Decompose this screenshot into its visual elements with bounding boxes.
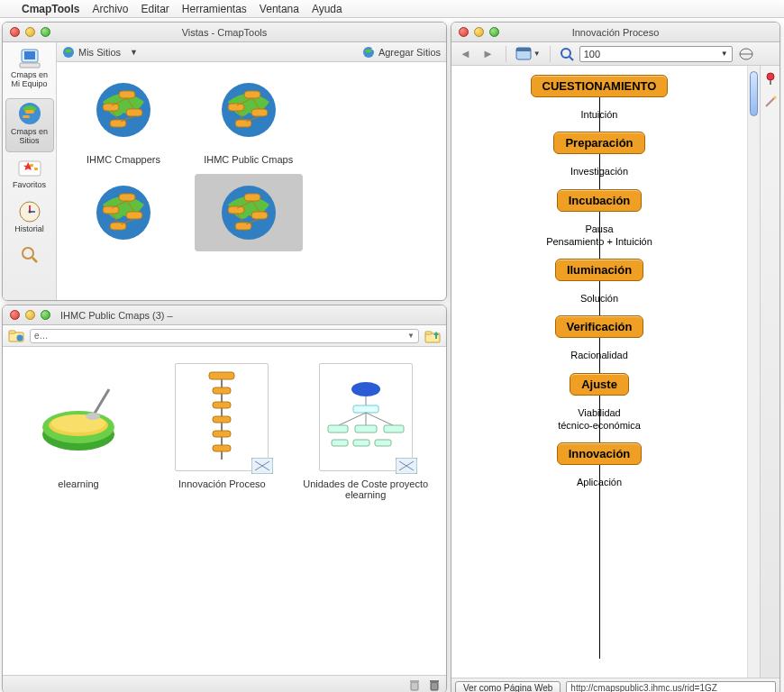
menu-herramientas[interactable]: Herramientas bbox=[182, 3, 247, 15]
minimize-icon[interactable] bbox=[474, 27, 484, 37]
pushpin-icon[interactable] bbox=[763, 71, 778, 86]
globe-small-icon bbox=[62, 46, 75, 59]
file-item[interactable]: Unidades de Coste proyecto elearning bbox=[303, 363, 429, 500]
menu-editar[interactable]: Editar bbox=[141, 3, 169, 15]
computer-icon bbox=[6, 48, 53, 69]
svg-line-15 bbox=[32, 258, 37, 262]
window-opts-icon bbox=[515, 47, 532, 61]
close-icon[interactable] bbox=[10, 310, 20, 320]
node-innovacion[interactable]: Innovación bbox=[557, 442, 643, 465]
minimize-icon[interactable] bbox=[25, 310, 35, 320]
svg-rect-79 bbox=[353, 405, 378, 413]
minimize-icon[interactable] bbox=[25, 27, 35, 37]
svg-point-13 bbox=[28, 211, 31, 214]
cmap-link-icon bbox=[251, 458, 273, 474]
node-cuestionamiento[interactable]: CUESTIONAMIENTO bbox=[531, 75, 669, 97]
window-vistas: Vistas - CmapTools Cmaps en Mi Equipo Cm… bbox=[2, 22, 447, 301]
add-sites-button[interactable]: + Agregar Sitios bbox=[362, 46, 441, 59]
mysites-dropdown[interactable]: Mis Sitios ▼ bbox=[62, 46, 138, 59]
zoom-icon[interactable] bbox=[489, 27, 499, 37]
favorites-icon bbox=[6, 158, 53, 179]
site-label: IHMC Public Cmaps bbox=[195, 154, 303, 165]
zoom-icon[interactable] bbox=[41, 27, 50, 37]
nav-forward-icon[interactable]: ► bbox=[479, 47, 497, 60]
svg-rect-93 bbox=[410, 680, 419, 682]
sidebar-item-en-sitios[interactable]: Cmaps en Sitios bbox=[5, 98, 54, 152]
address-text: e… bbox=[34, 331, 49, 341]
titlebar-vistas[interactable]: Vistas - CmapTools bbox=[3, 23, 446, 42]
sidebar-item-label: Favoritos bbox=[13, 180, 46, 189]
wand-icon[interactable] bbox=[763, 95, 778, 109]
globe-icon bbox=[7, 101, 52, 126]
svg-rect-20 bbox=[119, 91, 135, 98]
node-iluminacion[interactable]: Iluminación bbox=[555, 259, 643, 281]
window-innovacion: Innovación Proceso ◄ ► ▼ 100 ▼ CUESTIONA… bbox=[451, 22, 780, 692]
svg-rect-8 bbox=[30, 164, 33, 167]
node-preparacion[interactable]: Preparación bbox=[553, 132, 644, 154]
menu-app[interactable]: CmapTools bbox=[22, 3, 79, 15]
svg-rect-30 bbox=[228, 104, 244, 111]
svg-point-102 bbox=[767, 73, 774, 80]
menu-ayuda[interactable]: Ayuda bbox=[312, 3, 342, 15]
site-item[interactable] bbox=[69, 174, 178, 257]
folder-icon[interactable] bbox=[8, 330, 24, 342]
site-item[interactable]: IHMC Public Cmaps bbox=[195, 71, 303, 165]
close-icon[interactable] bbox=[459, 27, 469, 37]
view-as-web-button[interactable]: Ver como Página Web bbox=[455, 681, 561, 693]
titlebar-public[interactable]: IHMC Public Cmaps (3) – bbox=[3, 305, 446, 325]
nav-back-icon[interactable]: ◄ bbox=[457, 47, 474, 60]
menu-ventana[interactable]: Ventana bbox=[260, 3, 299, 15]
address-field[interactable]: e… ▼ bbox=[30, 329, 419, 343]
sidebar-item-label: Historial bbox=[14, 224, 44, 233]
sidebar-item-favoritos[interactable]: Favoritos bbox=[5, 156, 54, 196]
svg-rect-68 bbox=[209, 372, 234, 379]
svg-line-82 bbox=[366, 413, 393, 425]
svg-rect-2 bbox=[20, 63, 40, 68]
window-title: Innovación Proceso bbox=[451, 27, 779, 38]
svg-rect-56 bbox=[9, 331, 15, 333]
svg-point-66 bbox=[86, 413, 100, 420]
node-ajuste[interactable]: Ajuste bbox=[570, 373, 629, 396]
cmap-canvas[interactable]: CUESTIONAMIENTO Intuición Preparación In… bbox=[451, 66, 747, 678]
trash-icon[interactable] bbox=[408, 678, 421, 691]
zoom-field[interactable]: 100 ▼ bbox=[579, 46, 733, 62]
zoom-icon[interactable] bbox=[41, 310, 50, 320]
titlebar-innovacion[interactable]: Innovación Proceso bbox=[451, 23, 779, 42]
svg-rect-49 bbox=[251, 212, 268, 219]
svg-rect-83 bbox=[328, 425, 348, 432]
innov-toolbar: ◄ ► ▼ 100 ▼ bbox=[451, 42, 779, 66]
site-item[interactable]: IHMC Cmappers bbox=[69, 71, 178, 165]
file-item[interactable]: elearning bbox=[15, 363, 141, 500]
scrollbar-thumb[interactable] bbox=[750, 71, 758, 116]
menu-archivo[interactable]: Archivo bbox=[92, 3, 128, 15]
view-options-button[interactable]: ▼ bbox=[515, 47, 541, 61]
file-item[interactable]: Innovación Proceso bbox=[159, 363, 285, 500]
svg-rect-22 bbox=[126, 109, 142, 116]
window-title: Vistas - CmapTools bbox=[3, 27, 446, 38]
svg-rect-38 bbox=[119, 194, 135, 201]
site-item-selected[interactable] bbox=[195, 174, 303, 257]
svg-rect-87 bbox=[353, 440, 369, 446]
svg-rect-73 bbox=[213, 445, 231, 451]
up-folder-icon[interactable] bbox=[424, 329, 441, 343]
sidebar-item-historial[interactable]: Historial bbox=[5, 198, 54, 240]
svg-rect-84 bbox=[355, 425, 377, 432]
separator bbox=[550, 46, 551, 62]
zoom-reset-button[interactable] bbox=[738, 47, 754, 61]
svg-rect-95 bbox=[430, 680, 439, 682]
svg-point-14 bbox=[23, 248, 33, 259]
vertical-scrollbar[interactable] bbox=[747, 66, 760, 678]
node-verificacion[interactable]: Verificación bbox=[555, 315, 644, 338]
sidebar-item-mi-equipo[interactable]: Cmaps en Mi Equipo bbox=[5, 46, 54, 95]
close-icon[interactable] bbox=[10, 27, 20, 37]
magnifier-icon[interactable] bbox=[560, 47, 574, 61]
url-field[interactable]: http://cmapspublic3.ihmc.us/rid=1GZ bbox=[566, 681, 776, 693]
node-incubacion[interactable]: Incubación bbox=[557, 189, 643, 212]
sites-grid: IHMC Cmappers IHMC Public Cmaps bbox=[57, 62, 446, 300]
svg-rect-88 bbox=[375, 440, 391, 446]
svg-rect-29 bbox=[244, 91, 260, 98]
sidebar-item-search[interactable] bbox=[5, 243, 54, 272]
svg-rect-85 bbox=[384, 425, 404, 432]
sidebar-item-label: Cmaps en Mi Equipo bbox=[11, 70, 48, 88]
trash2-icon[interactable] bbox=[428, 678, 441, 691]
